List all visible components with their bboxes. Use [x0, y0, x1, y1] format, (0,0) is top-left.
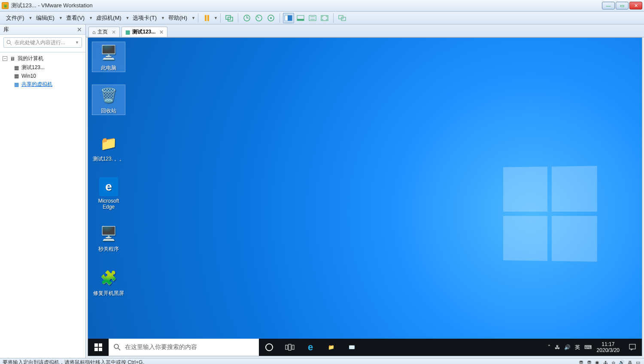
taskbar-search-input[interactable]: 在这里输入你要搜索的内容: [109, 339, 259, 356]
svg-rect-20: [289, 344, 291, 350]
status-network-icon[interactable]: 🖧: [602, 360, 609, 364]
tree-root-my-computer[interactable]: − 🖥 我的计算机: [1, 54, 85, 63]
tree-root-label: 我的计算机: [18, 55, 43, 62]
desktop-icon-fix-blackscreen[interactable]: 🧩 修复开机黑屏: [92, 267, 125, 297]
tray-volume-icon[interactable]: 🔊: [564, 344, 571, 350]
console-view-button[interactable]: [283, 13, 294, 23]
desktop-icon-label: 测试123. 。。: [92, 155, 125, 163]
tree-item-vm-2[interactable]: ▦ Win10: [1, 72, 85, 80]
library-search-placeholder: 在此处键入内容进行...: [15, 39, 75, 46]
fullscreen-button[interactable]: [319, 13, 330, 23]
tree-item-vm-1[interactable]: ▦ 测试123...: [1, 63, 85, 72]
content-area: ⌂ 主页 ✕ ▦ 测试123... ✕ 🖥️ 此电脑 🗑️ 回收站 📁: [86, 24, 644, 358]
tab-vm-label: 测试123...: [132, 28, 155, 36]
taskbar-explorer-button[interactable]: 📁: [321, 339, 341, 356]
tray-network-icon[interactable]: 🖧: [555, 344, 560, 350]
cortana-button[interactable]: [259, 339, 279, 356]
tab-close-icon[interactable]: ✕: [159, 29, 164, 35]
tray-ime-indicator[interactable]: 英: [575, 344, 580, 351]
maximize-button[interactable]: ▭: [616, 2, 629, 9]
snapshot-manager-button[interactable]: [265, 13, 276, 23]
revert-snapshot-button[interactable]: [253, 13, 264, 23]
vm-guest-screen[interactable]: 🖥️ 此电脑 🗑️ 回收站 📁 测试123. 。。 e Microsoft Ed…: [88, 37, 642, 356]
action-center-button[interactable]: [623, 339, 642, 356]
menu-view[interactable]: 查看(V): [63, 12, 88, 24]
menu-vm[interactable]: 虚拟机(M): [93, 12, 125, 24]
taskbar-mail-button[interactable]: ✉️: [341, 339, 362, 356]
start-button[interactable]: [88, 339, 109, 356]
windows-logo: [503, 166, 597, 262]
unity-button[interactable]: [337, 13, 348, 23]
library-sidebar: 库 ✕ 在此处键入内容进行... ▼ − 🖥 我的计算机 ▦ 测试123... …: [0, 24, 86, 358]
desktop-icon-this-pc[interactable]: 🖥️ 此电脑: [92, 42, 125, 72]
svg-point-18: [266, 344, 273, 351]
tree-item-label: 测试123...: [21, 64, 45, 71]
fix-tool-icon: 🧩: [98, 267, 119, 288]
tray-chevron-icon[interactable]: ˄: [548, 344, 550, 350]
vmware-app-icon: ▣: [2, 2, 9, 9]
desktop-icon-label: 回收站: [92, 107, 125, 115]
desktop-icon-folder[interactable]: 📁 测试123. 。。: [92, 133, 125, 163]
clock-date: 2020/3/20: [597, 347, 620, 353]
status-message: 要将输入定向到该虚拟机，请将鼠标指针移入其中或按 Ctrl+G。: [3, 359, 577, 364]
desktop-icon-label: 秒关程序: [92, 246, 125, 253]
vm-icon: ▦: [13, 73, 20, 79]
snapshot-button[interactable]: [241, 13, 252, 23]
send-ctrl-alt-del-button[interactable]: [224, 13, 235, 23]
edge-icon: e: [99, 177, 118, 196]
status-printer-icon[interactable]: 🖶: [626, 360, 633, 364]
tree-item-shared-vms[interactable]: ▦ 共享的虚拟机: [1, 80, 85, 89]
tab-home-label: 主页: [97, 28, 108, 36]
status-usb-icon[interactable]: ψ: [610, 360, 617, 364]
svg-point-14: [7, 40, 10, 44]
pause-button[interactable]: [201, 13, 213, 23]
menu-edit[interactable]: 编辑(E): [33, 12, 58, 24]
vm-tabs: ⌂ 主页 ✕ ▦ 测试123... ✕: [86, 24, 644, 37]
svg-rect-10: [309, 15, 316, 21]
window-controls: — ▭ ✕: [602, 2, 642, 9]
home-icon: ⌂: [92, 29, 95, 35]
svg-line-15: [10, 43, 12, 45]
status-hdd-icon[interactable]: ⛃: [577, 360, 584, 364]
tab-vm[interactable]: ▦ 测试123... ✕: [122, 27, 167, 37]
library-close-button[interactable]: ✕: [77, 26, 82, 33]
recycle-icon: 🗑️: [98, 85, 119, 106]
svg-rect-7: [285, 15, 288, 21]
tray-keyboard-icon[interactable]: ⌨: [584, 344, 592, 350]
library-search-input[interactable]: 在此处键入内容进行... ▼: [3, 37, 82, 48]
stretch-button[interactable]: [307, 13, 318, 23]
svg-rect-21: [292, 345, 294, 349]
minimize-button[interactable]: —: [602, 2, 615, 9]
desktop-icon-recycle-bin[interactable]: 🗑️ 回收站: [92, 85, 125, 115]
library-label: 库: [3, 26, 77, 33]
windows-start-icon: [94, 343, 102, 351]
tab-close-icon[interactable]: ✕: [112, 29, 116, 35]
status-hdd-icon[interactable]: ⛃: [586, 360, 592, 364]
vm-icon: ▦: [125, 29, 130, 35]
titlebar: ▣ 测试123... - VMware Workstation — ▭ ✕: [0, 0, 644, 12]
menu-tabs[interactable]: 选项卡(T): [129, 12, 160, 24]
task-view-button[interactable]: [279, 339, 300, 356]
search-dropdown-icon[interactable]: ▼: [75, 40, 79, 45]
desktop-icon-edge[interactable]: e Microsoft Edge: [92, 177, 125, 210]
thumbnail-view-button[interactable]: [295, 13, 306, 23]
menu-help[interactable]: 帮助(H): [165, 12, 191, 24]
library-tree: − 🖥 我的计算机 ▦ 测试123... ▦ Win10 ▦ 共享的虚拟机: [0, 52, 85, 358]
tree-item-label: Win10: [21, 73, 36, 79]
status-sound-icon[interactable]: 🔊: [618, 360, 625, 364]
desktop-icon-shutdown-tool[interactable]: 🖥️ 秒关程序: [92, 223, 125, 253]
menubar: 文件(F)▼ 编辑(E)▼ 查看(V)▼ 虚拟机(M)▼ 选项卡(T)▼ 帮助(…: [0, 12, 644, 24]
menu-file[interactable]: 文件(F): [3, 12, 28, 24]
pc-icon: 🖥️: [98, 42, 119, 63]
status-cd-icon[interactable]: ◉: [594, 360, 601, 364]
tab-home[interactable]: ⌂ 主页 ✕: [88, 27, 120, 37]
close-button[interactable]: ✕: [629, 2, 642, 9]
status-display-icon[interactable]: ▭: [635, 360, 641, 364]
statusbar: 要将输入定向到该虚拟机，请将鼠标指针移入其中或按 Ctrl+G。 ⛃ ⛃ ◉ 🖧…: [0, 358, 644, 364]
taskbar-clock[interactable]: 11:17 2020/3/20: [593, 341, 623, 354]
tree-collapse-icon[interactable]: −: [3, 56, 7, 61]
svg-rect-9: [297, 19, 304, 21]
vm-icon: ▦: [13, 65, 20, 71]
taskbar-edge-button[interactable]: e: [300, 339, 321, 356]
status-device-icons: ⛃ ⛃ ◉ 🖧 ψ 🔊 🖶 ▭: [577, 360, 641, 364]
